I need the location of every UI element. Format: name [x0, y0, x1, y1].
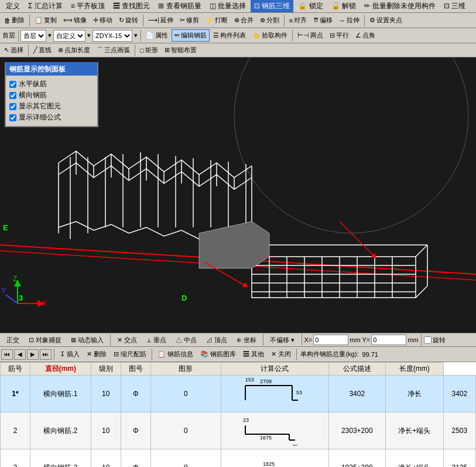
cell-desc: 净长+端头: [385, 413, 443, 449]
btn-rebar-library[interactable]: 📚 钢筋图库: [197, 348, 239, 360]
btn-point-length[interactable]: ⊕点加长度: [55, 44, 93, 56]
btn-arc[interactable]: ⌒三点画弧: [94, 44, 133, 56]
btn-trim[interactable]: ✂修剪: [177, 14, 202, 26]
menu-3d[interactable]: ⊡ 三维: [440, 0, 469, 12]
btn-extend[interactable]: ⟶|延伸: [145, 14, 176, 26]
cell-diameter: 10: [91, 376, 121, 413]
checkbox-show-other[interactable]: 显示其它图元: [9, 101, 94, 111]
btn-property[interactable]: 📄属性: [143, 29, 171, 42]
btn-grip[interactable]: ⚙设置夹点: [367, 14, 405, 26]
btn-merge[interactable]: ⊕合并: [231, 14, 256, 26]
nav-last[interactable]: ⏭: [40, 349, 52, 360]
sep6: [141, 30, 141, 42]
rotate-checkbox[interactable]: 旋转: [424, 336, 446, 345]
sep10: [110, 334, 111, 346]
menu-define[interactable]: 定义: [2, 0, 23, 12]
snap-object[interactable]: ⊡ 对象捕捉: [25, 335, 66, 346]
svg-text:D: D: [182, 294, 187, 302]
svg-text:1675: 1675: [260, 435, 272, 441]
btn-insert[interactable]: ↧ 插入: [57, 348, 83, 360]
menu-unlock[interactable]: 🔓 解锁: [328, 0, 359, 12]
btn-component-list[interactable]: ☰构件列表: [210, 29, 249, 42]
cell-name: 横向钢筋.2: [30, 413, 91, 449]
btn-two-points[interactable]: ⊢⊣两点: [294, 29, 326, 42]
col-grade: 级别: [91, 363, 121, 376]
btn-smart-arrange[interactable]: ⊞智能布置: [162, 44, 200, 56]
btn-break[interactable]: ⚡打断: [203, 14, 231, 26]
btn-rotate[interactable]: ↻旋转: [116, 14, 141, 26]
cell-formula: 1925+200: [328, 449, 385, 468]
type-label: ▾: [47, 32, 53, 39]
snap-intersection[interactable]: ✕ 交点: [113, 335, 141, 346]
btn-edit-rebar[interactable]: ✏编辑钢筋: [172, 29, 210, 42]
btn-rect[interactable]: □矩形: [137, 44, 161, 56]
total-label: 单构件钢筋总重(kg):: [299, 350, 359, 359]
btn-copy[interactable]: 📋复制: [32, 14, 60, 26]
btn-point-angle[interactable]: ∠点角: [352, 29, 378, 42]
menu-batch-delete[interactable]: ✏ 批量删除未使用构件: [361, 0, 439, 12]
svg-text:Y: Y: [1, 287, 6, 295]
nav-prev[interactable]: ◀: [14, 349, 26, 360]
menu-level[interactable]: ≡ 平齐板顶: [67, 0, 108, 12]
svg-text:20: 20: [292, 444, 297, 446]
snap-perpendicular[interactable]: ⊥ 垂点: [142, 335, 170, 346]
cell-id: 3: [1, 449, 30, 468]
menu-sum[interactable]: Σ 汇总计算: [25, 0, 66, 12]
btn-other[interactable]: ☰ 其他: [240, 348, 267, 360]
cell-figno: 0: [150, 449, 221, 468]
cell-formula: 3402: [328, 376, 385, 413]
table-row[interactable]: 1* 横向钢筋.1 10 Φ 0 2708 53 153: [1, 376, 476, 413]
rebar-table: 筋号 直径(mm) 级别 图号 图形 计算公式 公式描述 长度(mm) 1* 横…: [0, 362, 476, 467]
btn-mirror[interactable]: ⟺镜像: [60, 14, 90, 26]
svg-text:53: 53: [296, 390, 302, 396]
btn-line[interactable]: ╱直线: [30, 44, 54, 56]
x-input[interactable]: [313, 335, 348, 345]
cell-length: 2503: [443, 413, 475, 449]
snap-dynamic[interactable]: ⊠ 动态输入: [67, 335, 108, 346]
checkbox-show-formula[interactable]: 显示详细公式: [9, 113, 94, 122]
menu-rebar-3d[interactable]: ⊡ 钢筋三维: [251, 0, 293, 12]
btn-del-rebar[interactable]: ✕ 删除: [84, 348, 109, 360]
menu-find[interactable]: ☰ 查找图元: [109, 0, 153, 12]
btn-offset[interactable]: ⇈偏移: [310, 14, 335, 26]
table-row[interactable]: 2 横向钢筋.2 10 Φ 0 1675 20 23: [1, 413, 476, 449]
btn-parallel[interactable]: ⊟平行: [327, 29, 352, 42]
btn-pick-component[interactable]: 👆拾取构件: [249, 29, 290, 42]
shape-svg-2: 1675 20 23: [242, 414, 307, 446]
btn-scale-arrange[interactable]: ⊟ 缩尺配筋: [111, 348, 149, 360]
menu-lock[interactable]: 🔒 锁定: [294, 0, 326, 12]
snap-vertex[interactable]: ⊿ 顶点: [202, 335, 231, 346]
snap-orthogonal[interactable]: 正交: [2, 335, 23, 346]
btn-delete[interactable]: 🗑删除: [1, 14, 28, 26]
col-figno: 图号: [121, 363, 150, 376]
snap-no-offset[interactable]: 不偏移 ▾: [266, 335, 299, 346]
btn-split[interactable]: ⊗分割: [257, 14, 282, 26]
canvas-area[interactable]: Z X Y E 3 D 钢筋显示控制面板 水平纵筋: [0, 57, 476, 333]
y-input[interactable]: [371, 335, 406, 345]
cell-id: 1*: [1, 376, 30, 413]
checkbox-horizontal-rebar[interactable]: 水平纵筋: [9, 79, 94, 89]
nav-next[interactable]: ▶: [27, 349, 39, 360]
btn-select[interactable]: ↖选择: [1, 44, 26, 56]
control-panel-body: 水平纵筋 横向钢筋 显示其它图元 显示详细公式: [6, 76, 97, 126]
code-select[interactable]: ZDYX-15: [93, 30, 132, 42]
nav-first[interactable]: ⏮: [1, 349, 13, 360]
btn-rebar-info[interactable]: 📋 钢筋信息: [155, 348, 196, 360]
btn-close-rebar[interactable]: ✕ 关闭: [268, 348, 294, 360]
menu-view-rebar[interactable]: ⊞ 查看钢筋量: [155, 0, 204, 12]
menu-batch-select[interactable]: ◫ 批量选择: [206, 0, 249, 12]
btn-stretch[interactable]: ↔拉伸: [336, 14, 362, 26]
btn-align[interactable]: ≡对齐: [286, 14, 310, 26]
svg-text:2708: 2708: [260, 379, 272, 384]
snap-midpoint[interactable]: △ 中点: [172, 335, 201, 346]
checkbox-transverse-rebar[interactable]: 横向钢筋: [9, 90, 94, 100]
type-select[interactable]: 自定义: [53, 30, 85, 42]
btn-move[interactable]: ✛移动: [90, 14, 115, 26]
sep9: [135, 45, 135, 56]
menu-bar: 定义 Σ 汇总计算 ≡ 平齐板顶 ☰ 查找图元 ⊞ 查看钢筋量 ◫ 批量选择 ⊡…: [0, 0, 476, 13]
snap-coord[interactable]: ⊕ 坐标: [232, 335, 261, 346]
layer-select[interactable]: 首层: [20, 30, 46, 42]
svg-text:E: E: [3, 223, 8, 232]
table-row[interactable]: 3 横向钢筋.3 10 Φ 0 1825 200 1925+200 净长+端: [1, 449, 476, 468]
draw-toolbar: ↖选择 ╱直线 ⊕点加长度 ⌒三点画弧 □矩形 ⊞智能布置: [0, 43, 476, 57]
